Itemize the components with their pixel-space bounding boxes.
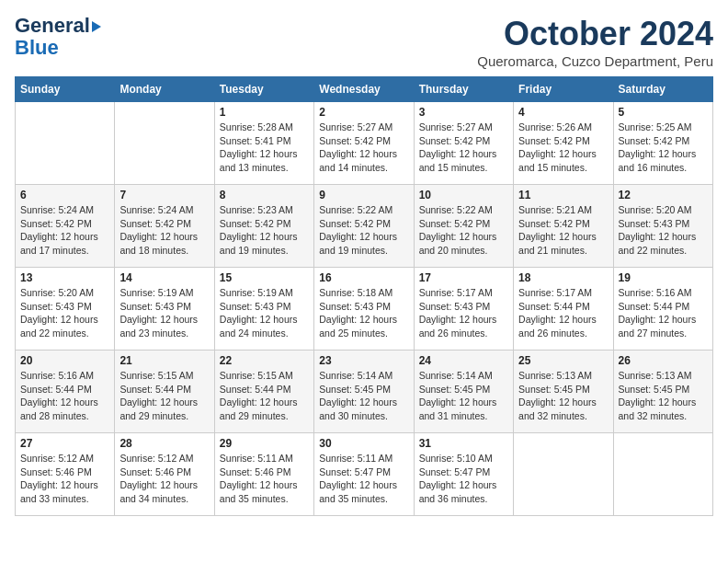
day-number: 31 (419, 437, 508, 450)
day-number: 10 (419, 189, 508, 201)
col-header-saturday: Saturday (613, 77, 712, 102)
day-cell: 28Sunrise: 5:12 AM Sunset: 5:46 PM Dayli… (115, 433, 214, 516)
day-cell: 23Sunrise: 5:14 AM Sunset: 5:45 PM Dayli… (314, 350, 414, 433)
day-cell: 20Sunrise: 5:16 AM Sunset: 5:44 PM Dayli… (16, 350, 115, 433)
day-info: Sunrise: 5:17 AM Sunset: 5:44 PM Dayligh… (518, 286, 608, 340)
day-cell: 7Sunrise: 5:24 AM Sunset: 5:42 PM Daylig… (115, 185, 214, 268)
day-info: Sunrise: 5:20 AM Sunset: 5:43 PM Dayligh… (20, 286, 109, 340)
day-info: Sunrise: 5:24 AM Sunset: 5:42 PM Dayligh… (20, 203, 109, 258)
day-number: 12 (619, 189, 708, 201)
day-number: 28 (119, 437, 209, 450)
day-cell: 3Sunrise: 5:27 AM Sunset: 5:42 PM Daylig… (414, 102, 513, 185)
col-header-thursday: Thursday (414, 77, 513, 102)
day-cell: 14Sunrise: 5:19 AM Sunset: 5:43 PM Dayli… (115, 268, 214, 350)
day-cell: 10Sunrise: 5:22 AM Sunset: 5:42 PM Dayli… (414, 185, 513, 268)
calendar-header-row: SundayMondayTuesdayWednesdayThursdayFrid… (16, 77, 713, 102)
logo-blue: Blue (15, 37, 59, 59)
week-row-1: 1Sunrise: 5:28 AM Sunset: 5:41 PM Daylig… (16, 102, 713, 185)
day-number: 17 (419, 271, 508, 284)
day-info: Sunrise: 5:15 AM Sunset: 5:44 PM Dayligh… (119, 369, 209, 423)
day-number: 8 (220, 189, 309, 201)
day-info: Sunrise: 5:16 AM Sunset: 5:44 PM Dayligh… (20, 369, 109, 423)
day-cell: 18Sunrise: 5:17 AM Sunset: 5:44 PM Dayli… (514, 268, 613, 350)
day-number: 26 (619, 354, 708, 367)
day-number: 2 (319, 106, 408, 119)
day-cell: 6Sunrise: 5:24 AM Sunset: 5:42 PM Daylig… (16, 185, 115, 268)
day-number: 27 (20, 437, 109, 450)
day-number: 14 (119, 271, 209, 284)
day-info: Sunrise: 5:15 AM Sunset: 5:44 PM Dayligh… (220, 369, 309, 423)
day-cell: 13Sunrise: 5:20 AM Sunset: 5:43 PM Dayli… (16, 268, 115, 350)
day-cell: 25Sunrise: 5:13 AM Sunset: 5:45 PM Dayli… (514, 350, 613, 433)
day-number: 15 (220, 271, 309, 284)
day-cell: 8Sunrise: 5:23 AM Sunset: 5:42 PM Daylig… (214, 185, 313, 268)
day-info: Sunrise: 5:13 AM Sunset: 5:45 PM Dayligh… (518, 369, 608, 423)
day-cell: 2Sunrise: 5:27 AM Sunset: 5:42 PM Daylig… (314, 102, 414, 185)
day-number: 30 (319, 437, 408, 450)
day-cell: 27Sunrise: 5:12 AM Sunset: 5:46 PM Dayli… (16, 433, 115, 516)
col-header-sunday: Sunday (16, 77, 115, 102)
day-cell: 15Sunrise: 5:19 AM Sunset: 5:43 PM Dayli… (214, 268, 313, 350)
day-cell: 26Sunrise: 5:13 AM Sunset: 5:45 PM Dayli… (613, 350, 712, 433)
day-number: 3 (419, 106, 508, 119)
col-header-wednesday: Wednesday (314, 77, 414, 102)
day-info: Sunrise: 5:12 AM Sunset: 5:46 PM Dayligh… (20, 452, 109, 506)
day-info: Sunrise: 5:11 AM Sunset: 5:47 PM Dayligh… (319, 452, 408, 506)
month-title: October 2024 (477, 15, 713, 53)
day-number: 29 (220, 437, 309, 450)
week-row-3: 13Sunrise: 5:20 AM Sunset: 5:43 PM Dayli… (16, 268, 713, 350)
week-row-4: 20Sunrise: 5:16 AM Sunset: 5:44 PM Dayli… (16, 350, 713, 433)
logo-text: General (15, 15, 101, 37)
day-cell (16, 102, 115, 185)
day-cell: 29Sunrise: 5:11 AM Sunset: 5:46 PM Dayli… (214, 433, 313, 516)
day-number: 9 (319, 189, 408, 201)
day-number: 11 (518, 189, 608, 201)
day-cell: 11Sunrise: 5:21 AM Sunset: 5:42 PM Dayli… (514, 185, 613, 268)
day-info: Sunrise: 5:16 AM Sunset: 5:44 PM Dayligh… (619, 286, 708, 340)
day-cell: 5Sunrise: 5:25 AM Sunset: 5:42 PM Daylig… (613, 102, 712, 185)
day-info: Sunrise: 5:23 AM Sunset: 5:42 PM Dayligh… (220, 203, 309, 258)
day-info: Sunrise: 5:11 AM Sunset: 5:46 PM Dayligh… (220, 452, 309, 506)
day-info: Sunrise: 5:27 AM Sunset: 5:42 PM Dayligh… (319, 121, 408, 175)
day-cell (613, 433, 712, 516)
day-cell: 19Sunrise: 5:16 AM Sunset: 5:44 PM Dayli… (613, 268, 712, 350)
day-info: Sunrise: 5:28 AM Sunset: 5:41 PM Dayligh… (220, 121, 309, 175)
day-number: 21 (119, 354, 209, 367)
day-cell: 21Sunrise: 5:15 AM Sunset: 5:44 PM Dayli… (115, 350, 214, 433)
calendar-body: 1Sunrise: 5:28 AM Sunset: 5:41 PM Daylig… (16, 102, 713, 516)
day-info: Sunrise: 5:19 AM Sunset: 5:43 PM Dayligh… (119, 286, 209, 340)
day-info: Sunrise: 5:25 AM Sunset: 5:42 PM Dayligh… (619, 121, 708, 175)
day-number: 7 (119, 189, 209, 201)
day-number: 4 (518, 106, 608, 119)
day-number: 6 (20, 189, 109, 201)
week-row-2: 6Sunrise: 5:24 AM Sunset: 5:42 PM Daylig… (16, 185, 713, 268)
day-info: Sunrise: 5:12 AM Sunset: 5:46 PM Dayligh… (119, 452, 209, 506)
day-info: Sunrise: 5:14 AM Sunset: 5:45 PM Dayligh… (419, 369, 508, 423)
day-info: Sunrise: 5:22 AM Sunset: 5:42 PM Dayligh… (419, 203, 508, 258)
day-info: Sunrise: 5:18 AM Sunset: 5:43 PM Dayligh… (319, 286, 408, 340)
day-number: 13 (20, 271, 109, 284)
col-header-friday: Friday (514, 77, 613, 102)
day-cell: 1Sunrise: 5:28 AM Sunset: 5:41 PM Daylig… (214, 102, 313, 185)
day-number: 16 (319, 271, 408, 284)
day-cell: 17Sunrise: 5:17 AM Sunset: 5:43 PM Dayli… (414, 268, 513, 350)
day-info: Sunrise: 5:21 AM Sunset: 5:42 PM Dayligh… (518, 203, 608, 258)
day-cell: 9Sunrise: 5:22 AM Sunset: 5:42 PM Daylig… (314, 185, 414, 268)
location-subtitle: Queromarca, Cuzco Department, Peru (477, 53, 713, 69)
day-number: 1 (220, 106, 309, 119)
day-number: 19 (619, 271, 708, 284)
day-info: Sunrise: 5:19 AM Sunset: 5:43 PM Dayligh… (220, 286, 309, 340)
day-cell: 30Sunrise: 5:11 AM Sunset: 5:47 PM Dayli… (314, 433, 414, 516)
day-number: 23 (319, 354, 408, 367)
day-cell: 24Sunrise: 5:14 AM Sunset: 5:45 PM Dayli… (414, 350, 513, 433)
day-number: 22 (220, 354, 309, 367)
day-info: Sunrise: 5:20 AM Sunset: 5:43 PM Dayligh… (619, 203, 708, 258)
day-info: Sunrise: 5:24 AM Sunset: 5:42 PM Dayligh… (119, 203, 209, 258)
calendar-table: SundayMondayTuesdayWednesdayThursdayFrid… (15, 76, 713, 516)
title-block: October 2024 Queromarca, Cuzco Departmen… (477, 15, 713, 69)
col-header-monday: Monday (115, 77, 214, 102)
day-cell (115, 102, 214, 185)
day-cell (514, 433, 613, 516)
day-info: Sunrise: 5:13 AM Sunset: 5:45 PM Dayligh… (619, 369, 708, 423)
logo: General Blue (15, 15, 101, 59)
